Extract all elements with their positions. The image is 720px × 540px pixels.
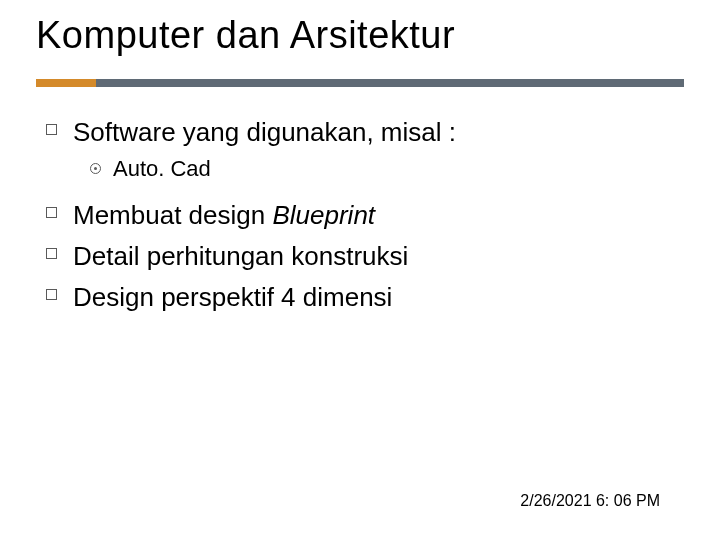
- list-item: Detail perhitungan konstruksi: [46, 239, 684, 274]
- square-bullet-icon: [46, 289, 57, 300]
- footer-timestamp: 2/26/2021 6: 06 PM: [520, 492, 660, 510]
- dot-bullet-icon: [90, 163, 101, 174]
- list-item: Software yang digunakan, misal :: [46, 115, 684, 150]
- square-bullet-icon: [46, 207, 57, 218]
- slide-title: Komputer dan Arsitektur: [36, 14, 684, 57]
- rule-accent: [36, 79, 96, 87]
- content-area: Software yang digunakan, misal : Auto. C…: [36, 115, 684, 315]
- list-item-text-em: Blueprint: [272, 200, 375, 230]
- sub-list: Auto. Cad: [90, 156, 684, 182]
- list-item-text: Detail perhitungan konstruksi: [73, 239, 408, 274]
- sub-list-item-text: Auto. Cad: [113, 156, 211, 182]
- title-rule: [36, 79, 684, 87]
- list-item-text: Software yang digunakan, misal :: [73, 115, 456, 150]
- square-bullet-icon: [46, 124, 57, 135]
- list-item-text: Design perspektif 4 dimensi: [73, 280, 392, 315]
- list-item: Membuat design Blueprint: [46, 198, 684, 233]
- list-item-text: Membuat design Blueprint: [73, 198, 375, 233]
- list-item: Design perspektif 4 dimensi: [46, 280, 684, 315]
- rule-main: [96, 79, 684, 87]
- slide: Komputer dan Arsitektur Software yang di…: [0, 0, 720, 540]
- list-item-text-pre: Membuat design: [73, 200, 272, 230]
- square-bullet-icon: [46, 248, 57, 259]
- sub-list-item: Auto. Cad: [90, 156, 684, 182]
